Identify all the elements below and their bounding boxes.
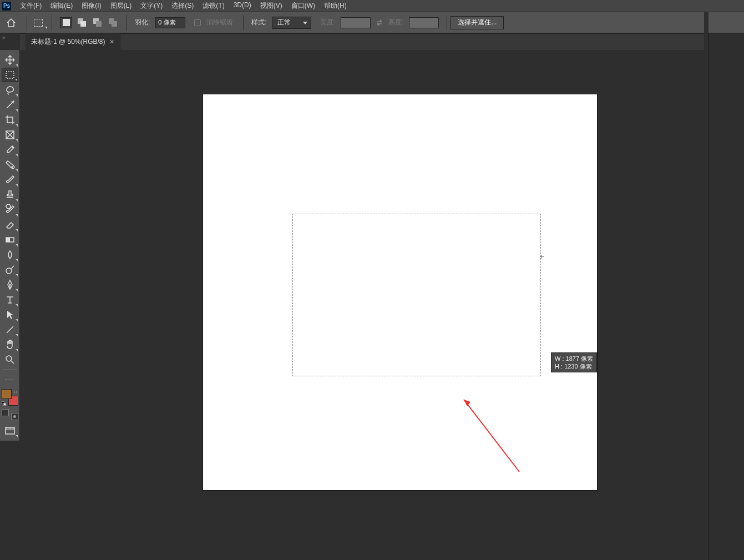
height-input [409,17,439,28]
hand-tool[interactable] [2,337,18,352]
selection-new-button[interactable] [60,17,72,28]
menu-item-v[interactable]: 视图(V) [256,0,287,12]
standard-mode-icon[interactable] [2,409,9,416]
move-tool[interactable] [2,53,18,67]
feather-input[interactable]: 0 像素 [155,17,185,28]
selection-add-button[interactable] [75,17,88,28]
history-brush-tool[interactable] [2,203,18,217]
spot-healing-tool[interactable] [2,158,18,172]
document-canvas[interactable] [203,94,597,490]
menu-item-y[interactable]: 文字(Y) [136,0,167,12]
edit-toolbar-button[interactable]: ··· [2,372,18,386]
selection-subtract-button[interactable] [91,17,103,28]
swap-dimensions-icon [374,17,385,28]
selection-intersect-button[interactable] [107,17,119,28]
document-tab-title: 未标题-1 @ 50%(RGB/8) [31,37,105,47]
tools-panel: ··· ↔ [0,50,20,441]
crop-tool[interactable] [2,113,18,127]
frame-tool[interactable] [2,128,18,142]
svg-point-9 [9,284,11,286]
document-tab[interactable]: 未标题-1 @ 50%(RGB/8) × [26,33,120,50]
options-bar: 羽化: 0 像素 消除锯齿 样式: 正常 宽度: 高度: 选择并遮住... [0,12,744,33]
feather-label: 羽化: [135,18,150,27]
foreground-color-well[interactable] [2,389,12,399]
quick-selection-tool[interactable] [2,98,18,112]
workspace[interactable]: W : 1877 像素 H : 1230 像素 [20,50,704,560]
home-button[interactable] [4,16,18,29]
svg-point-4 [12,167,13,168]
eyedropper-tool[interactable] [2,143,18,157]
select-and-mask-button[interactable]: 选择并遮住... [451,16,504,29]
antialias-checkbox [194,19,201,26]
menu-item-l[interactable]: 图层(L) [106,0,136,12]
menu-item-f[interactable]: 文件(F) [16,0,46,12]
app-logo-icon: Ps [2,2,11,11]
lasso-tool[interactable] [2,83,18,97]
zoom-tool[interactable] [2,352,18,367]
selection-mode-group [60,17,119,28]
screen-mode-button[interactable] [2,423,18,438]
path-selection-tool[interactable] [2,307,18,322]
svg-line-8 [11,266,14,269]
line-tool[interactable] [2,322,18,337]
menu-item-e[interactable]: 编辑(E) [46,0,77,12]
dimension-tooltip: W : 1877 像素 H : 1230 像素 [551,352,597,372]
color-wells[interactable]: ↔ [2,389,18,406]
document-tab-bar: 未标题-1 @ 50%(RGB/8) × [20,33,744,50]
menu-bar: Ps 文件(F)编辑(E)图像(I)图层(L)文字(Y)选择(S)滤镜(T)3D… [0,0,744,12]
eraser-tool[interactable] [2,218,18,232]
brush-tool[interactable] [2,173,18,187]
antialias-label: 消除锯齿 [206,18,233,27]
width-input [341,17,371,28]
blur-tool[interactable] [2,248,18,262]
rectangular-marquee-tool[interactable] [2,68,18,82]
svg-rect-6 [6,238,10,242]
current-tool-icon[interactable] [31,17,46,29]
svg-line-12 [11,361,14,364]
clone-stamp-tool[interactable] [2,188,18,202]
svg-rect-13 [6,427,14,434]
menu-item-i[interactable]: 图像(I) [77,0,105,12]
gradient-tool[interactable] [2,233,18,247]
right-panel-dock [704,12,744,560]
svg-point-7 [6,268,12,274]
mask-mode-toggle[interactable] [2,409,18,420]
svg-line-15 [464,400,519,472]
style-select[interactable]: 正常 [272,17,311,29]
type-tool[interactable] [2,292,18,307]
menu-item-h[interactable]: 帮助(H) [320,0,351,12]
height-label: 高度: [388,18,403,27]
dodge-tool[interactable] [2,263,18,277]
svg-marker-16 [464,400,470,406]
default-colors-icon[interactable] [2,401,6,406]
close-tab-icon[interactable]: × [110,37,114,46]
width-label: 宽度: [320,18,335,27]
swap-colors-icon[interactable]: ↔ [13,389,18,395]
marquee-selection[interactable] [292,214,541,376]
pen-tool[interactable] [2,278,18,292]
panel-expand-icon[interactable]: » [2,34,6,41]
style-label: 样式: [251,18,266,27]
menu-item-w[interactable]: 窗口(W) [287,0,320,12]
menu-item-dd[interactable]: 3D(D) [229,0,256,12]
menu-item-t[interactable]: 滤镜(T) [198,0,229,12]
quick-mask-icon[interactable] [11,413,18,420]
menu-item-s[interactable]: 选择(S) [167,0,198,12]
svg-line-10 [7,326,13,333]
svg-point-11 [6,356,12,361]
svg-rect-0 [6,72,14,78]
